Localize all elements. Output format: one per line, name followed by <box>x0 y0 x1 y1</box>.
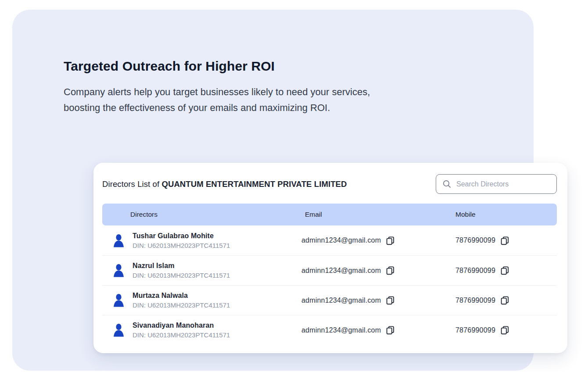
director-info: Sivanadiyan Manoharan DIN: U62013MH2023P… <box>133 321 230 340</box>
company-name: QUANTUM ENTERTAINMENT PRIVATE LIMITED <box>161 179 347 189</box>
director-info: Murtaza Nalwala DIN: U62013MH2023PTC4115… <box>133 291 230 310</box>
copy-icon[interactable] <box>386 326 395 335</box>
director-cell: Murtaza Nalwala DIN: U62013MH2023PTC4115… <box>102 291 300 310</box>
director-info: Nazrul Islam DIN: U62013MH2023PTC411571 <box>133 261 230 280</box>
director-email: adminn1234@gmail.com <box>301 267 381 275</box>
search-box[interactable] <box>436 174 557 194</box>
column-header-email: Email <box>300 211 449 218</box>
director-mobile: 7876990099 <box>455 236 495 244</box>
card-title: Directors List of QUANTUM ENTERTAINMENT … <box>102 179 347 189</box>
director-din: DIN: U62013MH2023PTC411571 <box>133 300 230 310</box>
email-cell: adminn1234@gmail.com <box>300 326 449 335</box>
person-icon <box>113 293 125 307</box>
directors-list-card: Directors List of QUANTUM ENTERTAINMENT … <box>93 163 567 353</box>
card-header: Directors List of QUANTUM ENTERTAINMENT … <box>93 163 567 204</box>
table-header-row: Directors Email Mobile <box>102 204 557 225</box>
copy-icon[interactable] <box>386 296 395 305</box>
director-din: DIN: U62013MH2023PTC411571 <box>133 271 230 280</box>
table-row: Murtaza Nalwala DIN: U62013MH2023PTC4115… <box>102 285 557 315</box>
director-mobile: 7876990099 <box>455 267 495 275</box>
director-email: adminn1234@gmail.com <box>301 326 381 334</box>
director-din: DIN: U62013MH2023PTC411571 <box>133 241 230 250</box>
table-row: Nazrul Islam DIN: U62013MH2023PTC411571 … <box>102 255 557 285</box>
director-name: Nazrul Islam <box>133 261 230 271</box>
copy-icon[interactable] <box>500 266 509 275</box>
copy-icon[interactable] <box>386 236 395 245</box>
director-email: adminn1234@gmail.com <box>301 236 381 244</box>
director-mobile: 7876990099 <box>455 326 495 334</box>
director-cell: Sivanadiyan Manoharan DIN: U62013MH2023P… <box>102 321 300 340</box>
person-icon <box>113 234 125 247</box>
email-cell: adminn1234@gmail.com <box>300 266 449 275</box>
table-row: Tushar Gulabrao Mohite DIN: U62013MH2023… <box>102 225 557 255</box>
director-mobile: 7876990099 <box>455 297 495 304</box>
director-cell: Tushar Gulabrao Mohite DIN: U62013MH2023… <box>102 231 300 250</box>
card-title-prefix: Directors List of <box>102 179 161 189</box>
column-header-mobile: Mobile <box>449 211 557 218</box>
search-icon <box>442 179 452 189</box>
mobile-cell: 7876990099 <box>449 236 557 245</box>
director-name: Murtaza Nalwala <box>133 291 230 300</box>
email-cell: adminn1234@gmail.com <box>300 296 449 305</box>
search-input[interactable] <box>456 180 551 188</box>
mobile-cell: 7876990099 <box>449 326 557 335</box>
copy-icon[interactable] <box>500 326 509 335</box>
director-name: Sivanadiyan Manoharan <box>133 321 230 330</box>
page-description: Company alerts help you target businesse… <box>64 84 388 116</box>
director-info: Tushar Gulabrao Mohite DIN: U62013MH2023… <box>133 231 230 250</box>
page-title: Targeted Outreach for Higher ROI <box>64 59 275 74</box>
directors-table: Directors Email Mobile Tushar Gulabrao M… <box>102 204 557 345</box>
copy-icon[interactable] <box>386 266 395 275</box>
copy-icon[interactable] <box>500 236 509 245</box>
director-cell: Nazrul Islam DIN: U62013MH2023PTC411571 <box>102 261 300 280</box>
mobile-cell: 7876990099 <box>449 266 557 275</box>
person-icon <box>113 323 125 337</box>
director-din: DIN: U62013MH2023PTC411571 <box>133 330 230 340</box>
feature-panel: Targeted Outreach for Higher ROI Company… <box>12 10 534 371</box>
email-cell: adminn1234@gmail.com <box>300 236 449 245</box>
table-row: Sivanadiyan Manoharan DIN: U62013MH2023P… <box>102 315 557 345</box>
column-header-directors: Directors <box>102 211 300 218</box>
director-name: Tushar Gulabrao Mohite <box>133 231 230 241</box>
copy-icon[interactable] <box>500 296 509 305</box>
person-icon <box>113 264 125 277</box>
mobile-cell: 7876990099 <box>449 296 557 305</box>
director-email: adminn1234@gmail.com <box>301 297 381 304</box>
table-body: Tushar Gulabrao Mohite DIN: U62013MH2023… <box>102 225 557 345</box>
